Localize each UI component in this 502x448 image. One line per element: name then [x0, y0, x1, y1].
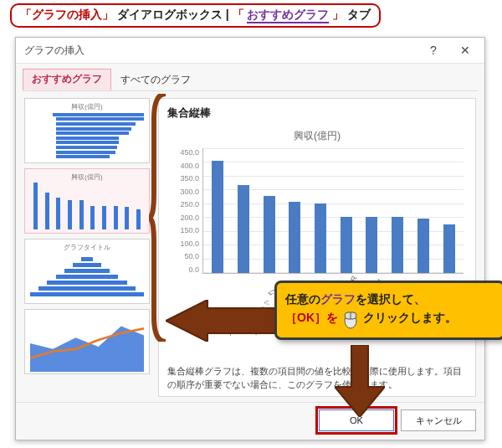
- chart-bar: [264, 196, 275, 273]
- y-tick: 150.0: [171, 226, 199, 234]
- callout-line-1: 任意のグラフを選択して、: [285, 290, 494, 308]
- chart-suggestion-2[interactable]: 興収(億円): [24, 168, 150, 234]
- insert-chart-dialog: グラフの挿入 ? ✕ おすすめグラフ すべてのグラフ 興収(億円): [15, 37, 485, 440]
- annotation-title-divider: |: [226, 8, 233, 21]
- thumb-title: 興収(億円): [30, 173, 144, 181]
- thumb-2-body: [30, 183, 144, 229]
- mouse-icon: [343, 309, 358, 329]
- chart-bar: [289, 202, 300, 273]
- dialog-buttons: OK キャンセル: [16, 402, 484, 440]
- callout-1b: グラフ: [320, 292, 356, 306]
- y-tick: 50.0: [171, 252, 199, 260]
- tab-all-label: すべてのグラフ: [120, 75, 191, 85]
- thumb-title: グラフタイトル: [30, 243, 144, 251]
- annotation-title-purple: おすすめグラフ: [247, 8, 329, 23]
- y-tick: 350.0: [171, 174, 199, 183]
- callout-2b: OK: [297, 311, 315, 324]
- chart-y-axis: 450.0400.0350.0300.0250.0200.0150.0100.0…: [171, 148, 202, 274]
- callout-2c: ］を: [315, 311, 338, 324]
- y-tick: 400.0: [171, 162, 199, 170]
- chart-plotarea: [202, 148, 464, 274]
- y-tick: 250.0: [171, 200, 199, 209]
- annotation-title-black1: ダイアログボックス: [117, 8, 223, 21]
- chart-suggestion-3[interactable]: グラフタイトル: [24, 239, 150, 304]
- chart-bar: [417, 219, 429, 273]
- callout-2a: ［: [285, 311, 297, 324]
- chart-bar: [315, 203, 326, 273]
- callout-1a: 任意の: [285, 292, 320, 306]
- help-button[interactable]: ?: [417, 40, 449, 60]
- y-tick: 200.0: [171, 214, 199, 222]
- annotation-title-bracket-r: 」: [332, 8, 344, 21]
- chart-preview-pane: 集合縦棒 興収(億円) 450.0400.0350.0300.0250.0200…: [158, 98, 476, 397]
- chart-bar: [212, 161, 223, 273]
- callout-1c: を選択して、: [356, 292, 426, 306]
- chart-bar: [341, 217, 352, 273]
- callout-2e: します。: [410, 311, 457, 324]
- column-chart-thumb: [30, 183, 144, 229]
- hbar-chart-thumb: [30, 112, 144, 159]
- annotation-title-red1: 「グラフの挿入」: [20, 8, 114, 21]
- tab-recommended-label: おすすめグラフ: [32, 74, 102, 84]
- ok-button-label: OK: [350, 415, 363, 425]
- chart-bar: [238, 185, 249, 273]
- chart-plot-area: 450.0400.0350.0300.0250.0200.0150.0100.0…: [171, 148, 464, 274]
- annotation-title: 「グラフの挿入」 ダイアログボックス | 「 おすすめグラフ 」 タブ: [10, 3, 381, 28]
- chart-bars: [203, 148, 464, 273]
- chart-bar: [392, 217, 403, 273]
- tab-all[interactable]: すべてのグラフ: [111, 70, 200, 90]
- tab-recommended[interactable]: おすすめグラフ: [23, 69, 111, 90]
- cancel-button-label: キャンセル: [416, 415, 462, 427]
- chart-type-description: 集合縦棒グラフは、複数の項目間の値を比較する際に使用します。項目の順序が重要でな…: [167, 365, 467, 391]
- thumb-1-body: [30, 112, 144, 159]
- instruction-callout: 任意のグラフを選択して、 ［OK］をクリック クリックします。: [274, 281, 502, 340]
- y-tick: 100.0: [171, 239, 199, 248]
- cancel-button[interactable]: キャンセル: [401, 409, 476, 431]
- pyramid-chart-thumb: [30, 253, 144, 300]
- chart-suggestions-sidebar: 興収(億円) 興収(億円) グラフタイトル: [24, 98, 150, 397]
- annotation-title-bracket-l: 「: [233, 8, 244, 21]
- thumb-4-body: [30, 315, 144, 374]
- chart-suggestion-1[interactable]: 興収(億円): [24, 98, 150, 163]
- dialog-tabs: おすすめグラフ すべてのグラフ: [16, 64, 484, 90]
- chart-type-heading: 集合縦棒: [167, 106, 467, 121]
- callout-2d: クリック: [363, 311, 410, 324]
- chart-title: 興収(億円): [171, 129, 464, 143]
- dialog-titlebar: グラフの挿入 ? ✕: [16, 38, 484, 64]
- y-tick: 300.0: [171, 188, 199, 196]
- annotation-title-black2: タブ: [347, 8, 371, 21]
- chart-bar: [443, 224, 455, 273]
- dialog-title: グラフの挿入: [24, 44, 417, 58]
- y-tick: 450.0: [171, 148, 199, 157]
- close-button[interactable]: ✕: [449, 40, 481, 60]
- area-chart-thumb: [30, 315, 144, 372]
- chart-suggestion-4[interactable]: グラフタイトル: [24, 309, 150, 374]
- thumb-3-body: [30, 253, 144, 300]
- y-tick: 0.0: [171, 265, 199, 274]
- callout-line-2: ［OK］をクリック クリックします。: [285, 308, 494, 328]
- thumb-title: 興収(億円): [30, 102, 144, 111]
- ok-button[interactable]: OK: [319, 409, 394, 431]
- chart-bar: [366, 217, 377, 273]
- dialog-body: 興収(億円) 興収(億円) グラフタイトル: [16, 91, 484, 402]
